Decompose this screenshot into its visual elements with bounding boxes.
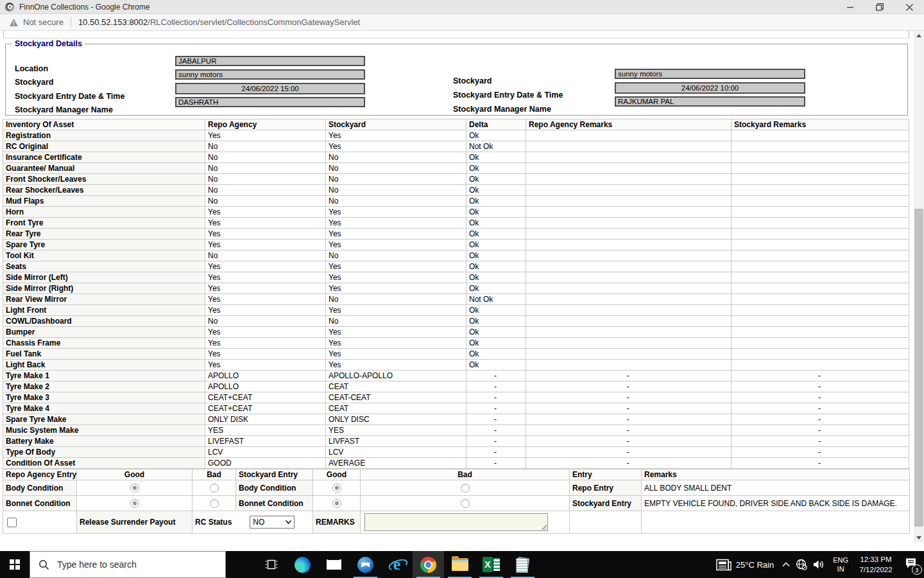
row-value: No: [205, 250, 326, 261]
taskbar-mail[interactable]: [318, 551, 350, 578]
repo-body-bad-radio[interactable]: [210, 484, 219, 493]
row-value: Yes: [205, 261, 326, 272]
search-input[interactable]: [56, 559, 206, 570]
table-row: Insurance CertificateNoNoOk: [3, 152, 909, 163]
row-value: CEAT: [326, 381, 466, 392]
row-value: [526, 283, 732, 294]
table-row: Tool KitNoNoOk: [3, 250, 909, 261]
scrollbar-thumb[interactable]: [914, 209, 923, 527]
scroll-down-arrow[interactable]: [914, 533, 924, 543]
task-view-button[interactable]: [255, 551, 287, 578]
search-icon: [38, 559, 49, 570]
row-value: CEAT: [326, 403, 466, 414]
row-value: -: [526, 458, 732, 469]
entry-datetime-field-left[interactable]: 24/06/2022 15:00: [175, 83, 365, 94]
stockyard-field-right[interactable]: sunny motors: [615, 69, 805, 79]
col-header: Bad: [193, 469, 236, 480]
url-bar: Not secure 10.50.52.153:8002/RLCollectio…: [0, 14, 924, 31]
table-row: Tyre Make 2APOLLOCEAT---: [3, 381, 909, 392]
col-header: Good: [313, 469, 361, 480]
show-hidden-icons-button[interactable]: [782, 562, 790, 567]
row-value: Yes: [326, 360, 466, 371]
location-field[interactable]: JABALPUR: [175, 56, 365, 66]
stockyard-bonnet-good-radio[interactable]: [332, 499, 341, 508]
manager-name-field-right[interactable]: RAJKUMAR PAL: [615, 96, 805, 107]
row-value: [526, 207, 732, 218]
table-row: Rear TyreYesYesOk: [3, 229, 909, 240]
row-value: [732, 207, 909, 218]
entry-datetime-field-right[interactable]: 24/06/2022 10:00: [615, 82, 805, 94]
clock[interactable]: 12:33 PM 7/12/2022: [856, 554, 896, 575]
row-label: RC Original: [3, 141, 205, 152]
entry-datetime-label-left: Stockyard Entry Date & Time: [15, 92, 124, 101]
repo-bonnet-good-radio[interactable]: [130, 499, 139, 508]
row-label: Horn: [3, 207, 205, 218]
restore-button[interactable]: [865, 0, 894, 14]
row-label: Tyre Make 4: [3, 403, 205, 414]
repo-bonnet-bad-radio[interactable]: [210, 499, 219, 508]
table-row: Rear View MirrorYesNoNot Ok: [3, 294, 909, 305]
row-value: Ok: [466, 283, 526, 294]
row-value: No: [205, 185, 326, 196]
row-value: Yes: [205, 240, 326, 250]
row-value: -: [466, 414, 526, 425]
row-value: Yes: [205, 360, 326, 371]
entry-type-label: Stockyard Entry: [570, 496, 642, 511]
scroll-up-arrow[interactable]: [914, 31, 924, 40]
rc-status-value: NO: [253, 518, 264, 527]
table-row: SeatsYesYesOk: [3, 261, 909, 272]
taskbar-internet-explorer[interactable]: e: [381, 551, 413, 578]
volume-button[interactable]: [813, 559, 825, 570]
stockyard-bonnet-bad-radio[interactable]: [461, 499, 470, 508]
table-row: Tyre Make 4CEAT+CEATCEAT---: [3, 403, 909, 414]
divider: [909, 31, 909, 38]
row-value: [732, 294, 909, 305]
taskbar-notepad[interactable]: [507, 551, 538, 578]
row-value: Ok: [466, 240, 526, 250]
stockyard-body-bad-radio[interactable]: [461, 484, 470, 493]
col-header: Entry: [570, 469, 642, 480]
weather-widget[interactable]: 25°C Rain: [716, 559, 774, 571]
start-button[interactable]: [0, 551, 30, 578]
row-value: -: [526, 392, 732, 403]
not-secure-chip[interactable]: Not secure: [9, 17, 64, 27]
minimize-button[interactable]: [835, 0, 865, 14]
taskbar-edge[interactable]: [287, 551, 318, 578]
row-value: Yes: [326, 305, 466, 316]
row-value: [526, 360, 732, 371]
network-button[interactable]: [796, 559, 807, 570]
row-value: [732, 196, 909, 207]
taskbar-excel[interactable]: X: [475, 551, 507, 578]
taskbar-thunderbird[interactable]: [350, 551, 381, 578]
col-header: Inventory Of Asset: [3, 119, 205, 130]
table-row: Light FrontYesYesOk: [3, 305, 909, 316]
manager-name-field-left[interactable]: DASHRATH: [175, 97, 365, 107]
rc-status-select[interactable]: NO: [250, 516, 295, 529]
row-value: Yes: [205, 349, 326, 360]
taskbar-file-explorer[interactable]: [444, 551, 475, 578]
row-label: Chassis Frame: [3, 338, 205, 349]
row-value: No: [205, 174, 326, 185]
taskbar-chrome[interactable]: [413, 551, 444, 578]
row-label: Front Shocker/Leaves: [3, 174, 205, 185]
close-button[interactable]: [894, 0, 924, 14]
taskbar-search[interactable]: [30, 551, 226, 578]
row-value: -: [732, 414, 909, 425]
vertical-scrollbar[interactable]: [914, 31, 924, 543]
remarks-textarea[interactable]: [364, 513, 548, 531]
notification-center-button[interactable]: 3: [905, 557, 918, 572]
row-label: Side Mirror (Right): [3, 283, 205, 294]
row-label: Bonnet Condition: [3, 496, 77, 511]
stockyard-field-left[interactable]: sunny motors: [175, 69, 365, 80]
divider: [71, 17, 71, 27]
row-value: Ok: [466, 185, 526, 196]
release-checkbox[interactable]: [7, 518, 17, 527]
language-indicator[interactable]: ENG IN: [833, 556, 848, 574]
row-value: [732, 327, 909, 338]
repo-body-good-radio[interactable]: [130, 484, 139, 493]
stockyard-body-good-radio[interactable]: [332, 484, 341, 493]
row-value: [732, 360, 909, 371]
row-value: Yes: [326, 229, 466, 240]
table-row: Guarantee/ ManualNoNoOk: [3, 163, 909, 174]
time: 12:33 PM: [856, 554, 896, 565]
